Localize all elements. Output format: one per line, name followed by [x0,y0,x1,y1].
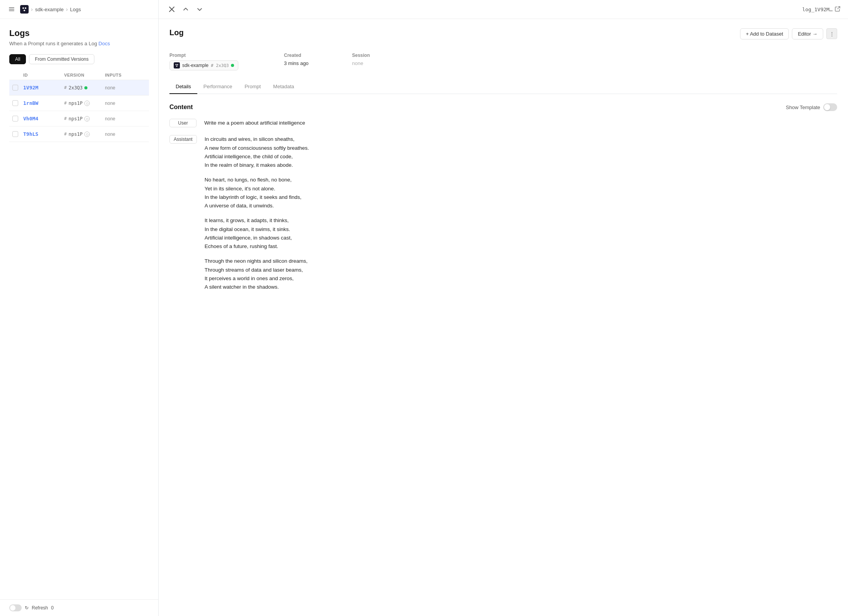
external-link-icon[interactable] [835,6,840,13]
tab-prompt[interactable]: Prompt [238,80,267,94]
nav-up-button[interactable] [180,4,191,15]
user-message-content: Write me a poem about artificial intelli… [204,119,837,127]
show-template-label: Show Template [786,104,820,110]
poem-stanza-1: In circuits and wires, in silicon sheath… [205,135,837,169]
row-inputs: none [105,116,146,121]
prompt-logo [174,62,180,68]
table-header: ID VERSION INPUTS [9,70,149,80]
row-id: T9hLS [23,131,64,137]
breadcrumb-sep2: › [66,6,68,12]
svg-line-8 [838,7,840,9]
version-badge: # nps1P ○ [64,132,105,137]
svg-rect-1 [9,9,14,10]
breadcrumb-project[interactable]: sdk-example [35,7,64,12]
prompt-badge: sdk-example # 2x3Q3 [169,60,238,70]
green-status-dot [84,86,87,89]
right-panel: log_1V92M… Log + Add to Dataset Editor →… [159,0,848,616]
tab-metadata[interactable]: Metadata [267,80,300,94]
content-title: Content [169,104,193,111]
grey-status-circle: ○ [84,101,90,106]
log-header-row: Log + Add to Dataset Editor → ⋮ [169,28,837,45]
row-checkbox[interactable] [12,116,18,121]
meta-session-col: Session none [352,53,837,70]
editor-button[interactable]: Editor → [792,28,823,39]
svg-point-11 [176,66,178,67]
row-inputs: none [105,101,146,106]
log-title: Log [169,28,184,37]
assistant-role-badge: Assistant [169,135,197,144]
filter-committed[interactable]: From Committed Versions [29,54,94,64]
add-to-dataset-button[interactable]: + Add to Dataset [740,28,789,39]
refresh-toggle[interactable] [9,604,22,611]
meta-created-col: Created 3 mins ago [284,53,346,70]
table-row[interactable]: 1V92M # 2x3Q3 none [9,80,149,96]
poem-stanza-2: No heart, no lungs, no flesh, no bone, Y… [205,176,837,210]
row-checkbox[interactable] [12,100,18,106]
filter-row: All From Committed Versions [9,54,149,64]
row-id: 1rnBW [23,100,64,106]
tab-performance[interactable]: Performance [197,80,238,94]
tabs: Details Performance Prompt Metadata [169,80,837,94]
refresh-count: 0 [51,605,54,611]
svg-point-3 [22,7,24,9]
poem-stanza-3: It learns, it grows, it adapts, it think… [205,216,837,251]
show-template-toggle[interactable] [823,103,837,111]
show-template-row: Show Template [786,103,837,111]
col-inputs-header: INPUTS [105,73,146,77]
tab-details[interactable]: Details [169,80,197,94]
bottom-bar: ↻ Refresh 0 [0,599,158,616]
version-badge: # 2x3Q3 [64,85,105,91]
session-label: Session [352,53,837,58]
row-inputs: none [105,132,146,137]
right-top-left [166,4,205,15]
table-rows: 1V92M # 2x3Q3 none 1rnBW # nps1P ○ none [9,80,149,599]
prompt-status-dot [231,64,234,67]
log-actions: + Add to Dataset Editor → ⋮ [740,28,837,39]
prompt-name: sdk-example [182,63,209,68]
left-panel: › sdk-example › Logs Logs When a Prompt … [0,0,159,616]
svg-rect-2 [9,10,14,11]
svg-rect-0 [9,7,14,8]
right-body: Log + Add to Dataset Editor → ⋮ Prompt [159,19,848,616]
docs-link[interactable]: Docs [99,41,110,46]
table-row[interactable]: Vh0M4 # nps1P ○ none [9,111,149,127]
row-id: Vh0M4 [23,116,64,121]
session-value: none [352,60,837,66]
grey-status-circle: ○ [84,116,90,121]
page-subtitle: When a Prompt runs it generates a Log Do… [9,41,149,46]
row-checkbox[interactable] [12,85,18,91]
created-label: Created [284,53,346,58]
refresh-label: Refresh [32,605,48,611]
table-row[interactable]: 1rnBW # nps1P ○ none [9,96,149,111]
message-row-user: User Write me a poem about artificial in… [169,119,837,127]
created-time: 3 mins ago [284,60,346,66]
more-options-button[interactable]: ⋮ [826,28,837,39]
meta-prompt-col: Prompt sdk-example # 2x3Q3 [169,53,278,70]
prompt-label: Prompt [169,53,278,58]
page-content: Logs When a Prompt runs it generates a L… [0,19,158,599]
col-checkbox-header [12,73,23,77]
col-version-header: VERSION [64,73,105,77]
grey-status-circle: ○ [84,132,90,137]
breadcrumb: › sdk-example › Logs [20,5,81,14]
row-checkbox[interactable] [12,131,18,137]
version-badge: # nps1P ○ [64,101,105,106]
svg-point-10 [177,64,178,65]
refresh-icon: ↻ [25,605,29,611]
top-bar: › sdk-example › Logs [0,0,158,19]
svg-point-5 [24,10,25,11]
filter-all[interactable]: All [9,54,26,64]
brand-logo [20,5,29,14]
message-row-assistant: Assistant In circuits and wires, in sili… [169,135,837,291]
assistant-message-content: In circuits and wires, in silicon sheath… [205,135,837,291]
version-badge: # nps1P ○ [64,116,105,121]
nav-down-button[interactable] [194,4,205,15]
sidebar-toggle[interactable] [6,4,17,15]
table-row[interactable]: T9hLS # nps1P ○ none [9,127,149,142]
page-title: Logs [9,28,149,38]
prompt-version: # 2x3Q3 [211,63,229,68]
svg-point-9 [176,64,177,65]
close-button[interactable] [166,4,177,15]
breadcrumb-page: Logs [70,7,81,12]
col-id-header: ID [23,73,64,77]
